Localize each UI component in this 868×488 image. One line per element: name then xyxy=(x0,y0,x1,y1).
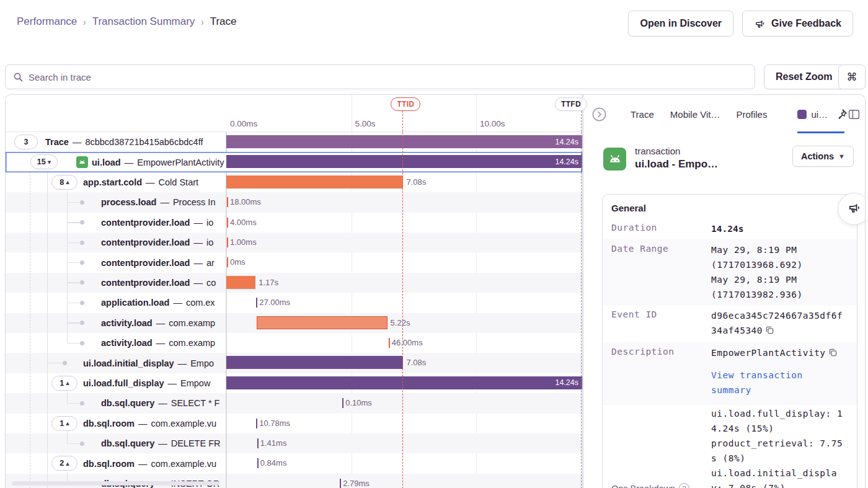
shortcut-button[interactable]: ⌘ xyxy=(838,64,866,89)
copy-icon[interactable] xyxy=(828,347,838,362)
chart-cell: 5.22s xyxy=(226,313,582,333)
span-tick[interactable] xyxy=(227,218,228,228)
field-description: Description EmpowerPlantActivity View tr… xyxy=(603,342,857,405)
span-tick[interactable] xyxy=(257,458,259,468)
transaction-header: transaction ui.load - Empo… Actions ▼ xyxy=(603,146,866,171)
layout-sidebar-left-icon[interactable] xyxy=(848,109,860,120)
trace-row-ui.load[interactable]: 15▾ui.load—EmpowerPlantActivity14.24s xyxy=(6,152,582,172)
tab-trace[interactable]: Trace xyxy=(631,109,654,120)
trace-row-app.start.cold[interactable]: 8▴app.start.cold—Cold Start7.08s xyxy=(6,172,582,192)
tab-profiles[interactable]: Profiles xyxy=(736,109,767,120)
span-bar[interactable] xyxy=(226,276,255,289)
span-bar[interactable]: 14.24s xyxy=(226,155,582,168)
breadcrumb-item-performance[interactable]: Performance xyxy=(17,16,77,28)
trace-row-db.sql.room[interactable]: 2▴db.sql.room—com.example.vu0.84ms xyxy=(6,453,582,473)
span-tick[interactable] xyxy=(227,257,228,267)
give-feedback-button[interactable]: Give Feedback xyxy=(742,11,853,37)
span-bar[interactable]: 14.24s xyxy=(226,376,582,389)
span-color-swatch xyxy=(797,110,807,119)
tree-cell: process.load—Process In xyxy=(6,192,226,212)
collapse-drawer-icon[interactable] xyxy=(591,106,608,123)
span-tick[interactable] xyxy=(227,237,228,247)
trace-row-db.sql.query[interactable]: db.sql.query—SELECT * F0.10ms xyxy=(6,393,582,413)
duration-label: 18.00ms xyxy=(230,192,261,212)
horizontal-scrollbar[interactable] xyxy=(12,481,219,486)
pin-icon[interactable] xyxy=(835,108,848,121)
feedback-fab[interactable] xyxy=(838,193,866,225)
duration-label: Duration xyxy=(611,221,711,236)
trace-row-activity.load[interactable]: activity.load—com.examp5.22s xyxy=(6,313,582,333)
breadcrumb-separator-icon: › xyxy=(83,16,86,28)
trace-row-ui.load.full_display[interactable]: 1▴ui.load.full_display—Empow14.24s xyxy=(6,373,582,393)
tree-cell: contentprovider.load—co xyxy=(6,273,226,293)
expand-pill[interactable]: 8▴ xyxy=(51,175,78,190)
android-icon xyxy=(76,156,88,168)
actions-button[interactable]: Actions ▼ xyxy=(792,146,854,167)
open-in-discover-button[interactable]: Open in Discover xyxy=(628,11,733,37)
span-bar[interactable] xyxy=(226,175,403,189)
duration-label: 1.00ms xyxy=(230,233,257,252)
app-header: Performance›Transaction Summary›Trace Op… xyxy=(0,0,868,45)
trace-row-Trace[interactable]: 3Trace—8cbbcd38721b415ab6cbdc4ff14.24s xyxy=(6,132,582,152)
trace-row-process.load[interactable]: process.load—Process In18.00ms xyxy=(6,192,582,212)
span-label: contentprovider.load—co xyxy=(101,273,216,293)
span-label: ui.load.initial_display—Empo xyxy=(83,353,214,373)
span-tick[interactable] xyxy=(256,298,257,308)
chart-cell: 1.00ms xyxy=(226,233,582,252)
megaphone-icon xyxy=(847,201,861,218)
tree-cell: activity.load—com.examp xyxy=(6,313,226,333)
copy-icon[interactable] xyxy=(765,324,774,339)
trace-row-ui.load.initial_display[interactable]: ui.load.initial_display—Empo7.08s xyxy=(6,353,582,373)
trace-row-contentprovider.load[interactable]: contentprovider.load—io1.00ms xyxy=(6,233,582,252)
span-bar[interactable]: 14.24s xyxy=(226,135,582,148)
tab-mobile-vit-[interactable]: Mobile Vit… xyxy=(670,109,720,120)
general-section-card: General Duration 14.24s Date Range May 2… xyxy=(602,194,857,488)
reset-zoom-button[interactable]: Reset Zoom xyxy=(764,64,844,89)
drawer-nav: TraceMobile Vit…Profiles ui… xyxy=(583,95,866,133)
span-tick[interactable] xyxy=(389,338,390,348)
span-tick[interactable] xyxy=(257,438,259,448)
span-tick[interactable] xyxy=(256,419,257,428)
trace-row-contentprovider.load[interactable]: contentprovider.load—co1.17s xyxy=(6,273,582,293)
open-in-discover-label: Open in Discover xyxy=(640,18,722,29)
span-bar[interactable] xyxy=(257,316,387,329)
chart-cell: 1.41ms xyxy=(226,433,582,453)
trace-row-db.sql.room[interactable]: 1▴db.sql.room—com.example.vu10.78ms xyxy=(6,414,582,433)
ops-breakdown-values: ui.load.full_display: 14.24s (15%)produc… xyxy=(711,406,849,488)
expand-pill[interactable]: 1▴ xyxy=(51,416,78,431)
span-label: ui.load.full_display—Empow xyxy=(83,373,210,393)
span-tick[interactable] xyxy=(227,197,228,207)
trace-row-application.load[interactable]: application.load—com.ex27.00ms xyxy=(6,293,582,313)
chart-cell: 4.00ms xyxy=(226,213,582,233)
span-tick[interactable] xyxy=(340,479,341,488)
span-label: db.sql.room—com.example.vu xyxy=(83,453,216,473)
axis-gridline xyxy=(476,95,477,131)
help-icon[interactable]: ? xyxy=(679,483,689,488)
search-input[interactable] xyxy=(29,72,747,82)
leaf-bullet xyxy=(80,200,84,205)
tree-cell: db.sql.query—DELETE FR xyxy=(6,433,226,453)
chart-cell: 27.00ms xyxy=(226,293,582,313)
expand-pill[interactable]: 3 xyxy=(14,135,38,149)
trace-row-activity.load[interactable]: activity.load—com.examp46.00ms xyxy=(6,333,582,353)
span-tick[interactable] xyxy=(342,398,343,408)
trace-row-db.sql.query[interactable]: db.sql.query—DELETE FR1.41ms xyxy=(6,433,582,453)
chart-cell: 18.00ms xyxy=(226,192,582,212)
trace-row-contentprovider.load[interactable]: contentprovider.load—ar0ms xyxy=(6,252,582,272)
duration-label: 14.24s xyxy=(555,138,582,146)
chevron-down-icon: ▾ xyxy=(48,159,51,166)
breadcrumb-item-transaction-summary[interactable]: Transaction Summary xyxy=(92,16,195,28)
tree-connector-stub xyxy=(67,303,80,304)
span-label: Trace—8cbbcd38721b415ab6cbdc4ff xyxy=(45,132,203,152)
expand-pill[interactable]: 1▴ xyxy=(51,376,78,391)
chart-cell: 14.24s xyxy=(226,132,582,152)
trace-panel: 0.00ms5.00s10.00sTTIDTTFD 3Trace—8cbbcd3… xyxy=(5,94,866,488)
view-transaction-summary-link[interactable]: View transaction summary xyxy=(711,368,846,397)
span-bar[interactable] xyxy=(226,356,403,369)
expand-pill[interactable]: 2▴ xyxy=(51,456,78,471)
tab-active-span[interactable]: ui… xyxy=(797,95,828,133)
expand-pill[interactable]: 15▾ xyxy=(30,154,58,169)
tree-connector-stub xyxy=(67,202,80,203)
trace-row-contentprovider.load[interactable]: contentprovider.load—io4.00ms xyxy=(6,213,582,233)
leaf-bullet xyxy=(80,401,84,406)
